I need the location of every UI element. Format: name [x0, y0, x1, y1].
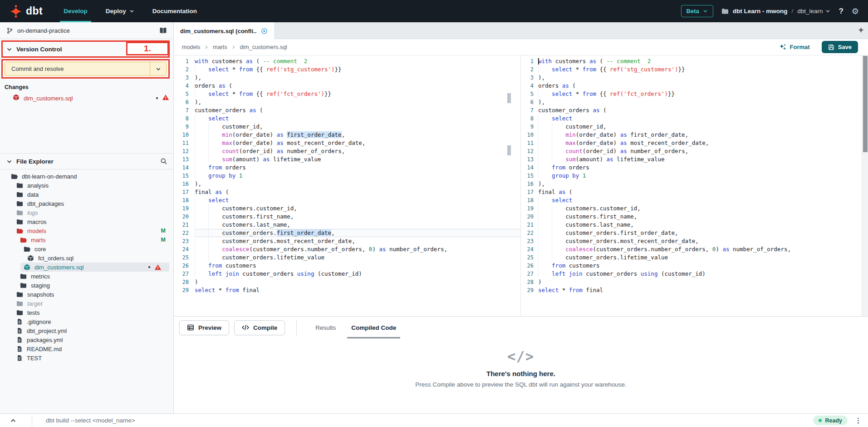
docs-book-icon[interactable]: [159, 27, 167, 35]
code-line-14[interactable]: from orders: [538, 164, 868, 172]
code-line-10[interactable]: min(order_date) as first_order_date,: [538, 131, 868, 139]
nav-documentation[interactable]: Documentation: [152, 0, 197, 22]
code-line-20[interactable]: customers.first_name,: [195, 213, 520, 221]
tree-item-staging[interactable]: staging: [0, 281, 174, 290]
tree-item-macros[interactable]: macros: [0, 217, 174, 226]
code-line-1[interactable]: with customers as ( -- comment 2: [538, 57, 868, 65]
commit-and-resolve-button[interactable]: Commit and resolve: [5, 62, 167, 76]
tree-item-fct-orders-sql[interactable]: fct_orders.sql: [0, 253, 174, 263]
code-line-18[interactable]: select: [195, 196, 520, 204]
code-line-7[interactable]: customer_orders as (: [538, 106, 868, 114]
gear-icon[interactable]: ⚙: [852, 6, 859, 16]
git-branch-row[interactable]: on-demand-practice: [0, 22, 173, 39]
tree-item-target[interactable]: target: [0, 299, 174, 308]
code-line-12[interactable]: count(order_id) as number_of_orders,: [195, 147, 520, 155]
commit-options-caret[interactable]: [150, 62, 166, 75]
code-line-21[interactable]: customers.last_name,: [538, 221, 868, 229]
tree-item-test[interactable]: TEST: [0, 353, 174, 362]
beta-button[interactable]: Beta: [681, 5, 713, 17]
code-column[interactable]: with customers as ( -- comment 2 select …: [195, 55, 520, 316]
code-line-15[interactable]: group by 1: [538, 172, 868, 180]
code-line-5[interactable]: select * from {{ ref('fct_orders')}}: [195, 90, 520, 98]
code-line-7[interactable]: customer_orders as (: [195, 106, 520, 114]
code-line-28[interactable]: ): [195, 278, 520, 286]
code-line-5[interactable]: select * from {{ ref('fct_orders')}}: [538, 90, 868, 98]
project-name[interactable]: dbt_learn: [797, 8, 830, 15]
code-line-11[interactable]: max(order_date) as most_recent_order_dat…: [195, 139, 520, 147]
code-line-17[interactable]: final as (: [538, 188, 868, 196]
code-line-8[interactable]: select: [195, 114, 520, 123]
code-line-9[interactable]: customer_id,: [195, 123, 520, 131]
code-line-16[interactable]: ),: [538, 180, 868, 188]
changed-file-row[interactable]: dim_customers.sql: [0, 93, 174, 103]
dbt-logo[interactable]: dbt: [9, 5, 43, 18]
tree-item-dbt-learn-on-demand[interactable]: dbt-learn-on-demand: [0, 172, 174, 181]
new-tab-plus-icon[interactable]: +: [858, 25, 863, 35]
code-line-16[interactable]: ),: [195, 180, 520, 188]
code-line-12[interactable]: count(order_id) as number_of_orders,: [538, 147, 868, 155]
code-line-29[interactable]: select * from final: [538, 286, 868, 294]
code-line-23[interactable]: customer_orders.most_recent_order_date,: [538, 237, 868, 245]
code-line-3[interactable]: ),: [195, 74, 520, 82]
tree-item-core[interactable]: core: [0, 244, 174, 253]
tree-item-snapshots[interactable]: snapshots: [0, 290, 174, 299]
tree-item-packages-yml[interactable]: packages.yml: [0, 335, 174, 344]
tree-item-marts[interactable]: martsM: [0, 235, 174, 244]
tree-item-logs[interactable]: logs: [0, 208, 174, 217]
code-line-23[interactable]: customer_orders.most_recent_order_date,: [195, 237, 520, 245]
breadcrumb-file[interactable]: dim_customers.sql: [240, 44, 287, 50]
code-line-8[interactable]: select: [538, 114, 868, 123]
nav-deploy[interactable]: Deploy: [106, 0, 134, 22]
breadcrumb-models[interactable]: models: [182, 44, 200, 50]
scrollbar-mark[interactable]: [507, 145, 511, 155]
code-line-24[interactable]: coalesce(customer_orders.number_of_order…: [538, 245, 868, 253]
code-line-11[interactable]: max(order_date) as most_recent_order_dat…: [538, 139, 868, 147]
code-line-1[interactable]: with customers as ( -- comment 2: [195, 57, 520, 65]
nav-develop[interactable]: Develop: [64, 0, 88, 22]
code-line-25[interactable]: customer_orders.lifetime_value: [195, 253, 520, 262]
code-line-21[interactable]: customers.last_name,: [195, 221, 520, 229]
tree-item-analysis[interactable]: analysis: [0, 181, 174, 190]
code-line-22[interactable]: customer_orders.first_order_date,: [195, 229, 520, 237]
file-explorer-header[interactable]: File Explorer: [0, 153, 174, 169]
help-icon[interactable]: ?: [839, 7, 843, 16]
code-line-4[interactable]: orders as (: [538, 82, 868, 90]
scrollbar-mark[interactable]: [507, 93, 511, 103]
code-line-19[interactable]: customers.customer_id,: [195, 204, 520, 213]
editor-pane-left[interactable]: 1234567891011121314151617181920212223242…: [174, 55, 520, 316]
tree-item-data[interactable]: data: [0, 190, 174, 199]
code-column[interactable]: with customers as ( -- comment 2 select …: [538, 55, 868, 316]
code-line-3[interactable]: ),: [538, 74, 868, 82]
editor-pane-right[interactable]: 1234567891011121314151617181920212223242…: [521, 55, 868, 316]
tree-item-readme-md[interactable]: README.md: [0, 344, 174, 353]
command-input[interactable]: dbt build --select <model_name>: [46, 417, 135, 424]
vertical-scrollbar[interactable]: [862, 55, 868, 316]
code-line-15[interactable]: group by 1: [195, 172, 520, 180]
code-line-28[interactable]: ): [538, 278, 868, 286]
search-icon[interactable]: [160, 158, 167, 165]
code-line-13[interactable]: sum(amount) as lifetime_value: [195, 155, 520, 164]
save-button[interactable]: Save: [822, 41, 858, 53]
scrollbar-thumb[interactable]: [863, 56, 868, 152]
code-line-9[interactable]: customer_id,: [538, 123, 868, 131]
preview-button[interactable]: Preview: [179, 320, 229, 335]
code-line-20[interactable]: customers.first_name,: [538, 213, 868, 221]
kebab-menu-icon[interactable]: ⋮: [855, 419, 862, 422]
tree-item-models[interactable]: modelsM: [0, 226, 174, 235]
code-line-6[interactable]: ),: [195, 98, 520, 106]
code-line-26[interactable]: from customers: [538, 262, 868, 270]
code-line-18[interactable]: select: [538, 196, 868, 204]
code-line-24[interactable]: coalesce(customer_orders.number_of_order…: [195, 245, 520, 253]
code-line-27[interactable]: left join customer_orders using (custome…: [195, 270, 520, 278]
account-switcher[interactable]: dbt Learn - mwong / dbt_learn: [721, 8, 831, 15]
code-line-13[interactable]: sum(amount) as lifetime_value: [538, 155, 868, 164]
code-line-4[interactable]: orders as (: [195, 82, 520, 90]
tree-item-tests[interactable]: tests: [0, 308, 174, 317]
code-line-2[interactable]: select * from {{ ref('stg_customers')}}: [195, 65, 520, 74]
tab-compiled-code[interactable]: Compiled Code: [343, 317, 404, 338]
code-line-27[interactable]: left join customer_orders using (custome…: [538, 270, 868, 278]
tree-item--gitignore[interactable]: .gitignore: [0, 317, 174, 326]
breadcrumb-marts[interactable]: marts: [213, 44, 227, 50]
code-line-29[interactable]: select * from final: [195, 286, 520, 294]
tab-dim-customers[interactable]: dim_customers.sql (confli...: [174, 22, 274, 40]
